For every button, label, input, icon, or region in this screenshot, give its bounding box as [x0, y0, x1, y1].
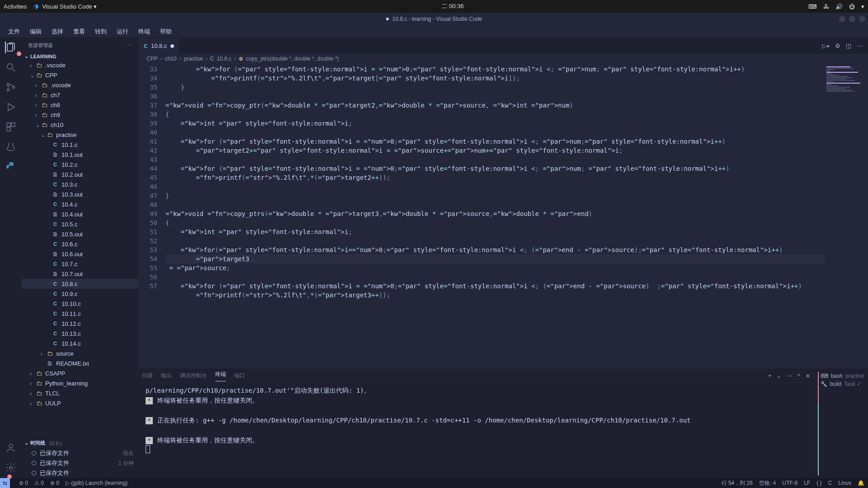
panel-tab-problems[interactable]: 问题	[142, 372, 153, 380]
extensions-icon[interactable]	[5, 121, 17, 133]
tree-item[interactable]: 🗎10.7.out	[22, 269, 138, 279]
code-area[interactable]: ="kw">for (="par" style="font-style:norm…	[165, 64, 825, 369]
tree-item[interactable]: ›🗀ch9	[22, 110, 138, 120]
minimize-button[interactable]	[839, 16, 845, 22]
indentation[interactable]: 空格: 4	[759, 479, 776, 487]
tree-item[interactable]: ›🗀TLCL	[22, 388, 138, 398]
encoding[interactable]: UTF-8	[782, 480, 797, 486]
run-button[interactable]: ▷▾	[822, 42, 830, 49]
power-icon[interactable]: ⏻	[849, 3, 855, 10]
chevron-down-icon[interactable]: ▾	[861, 3, 864, 10]
panel-tab-output[interactable]: 输出	[161, 372, 172, 380]
gnome-clock[interactable]: 二 00:36	[97, 2, 808, 10]
tree-item[interactable]: C10.2.c	[22, 160, 138, 169]
tree-item[interactable]: 🗎10.6.out	[22, 249, 138, 259]
timeline-row[interactable]: 已保存文件	[22, 468, 138, 478]
explorer-icon[interactable]	[5, 42, 17, 53]
tree-item[interactable]: C10.9.c	[22, 289, 138, 299]
status-errors[interactable]: ⊘ 0	[19, 480, 28, 486]
timeline-row[interactable]: 已保存文件1 分钟	[22, 458, 138, 468]
split-settings-icon[interactable]: ⚙	[835, 42, 840, 49]
cursor-position[interactable]: 行 54，列 26	[722, 479, 753, 487]
tree-item[interactable]: C10.3.c	[22, 179, 138, 189]
tree-item[interactable]: 🗎10.4.out	[22, 209, 138, 219]
new-terminal-icon[interactable]: +	[768, 373, 771, 379]
tree-item[interactable]: ›🗀.vscode	[22, 60, 138, 70]
workspace-root[interactable]: ⌄LEARNING	[22, 52, 138, 60]
testing-icon[interactable]	[5, 141, 17, 153]
tree-item[interactable]: 🗎10.1.out	[22, 150, 138, 160]
menu-go[interactable]: 转到	[90, 26, 111, 38]
tree-item[interactable]: ⌄🗀CPP	[22, 70, 138, 80]
tree-item[interactable]: ›🗀UULP	[22, 398, 138, 408]
volume-icon[interactable]: 🔊	[835, 3, 843, 10]
accounts-icon[interactable]	[5, 442, 17, 454]
close-panel-icon[interactable]: ✕	[806, 373, 810, 379]
tree-item[interactable]: C10.13.c	[22, 328, 138, 338]
terminal-entry-bash[interactable]: ⌨ bash practise	[821, 372, 864, 380]
tree-item[interactable]: ›🗀Python_learning	[22, 378, 138, 388]
maximize-panel-icon[interactable]: ^	[797, 373, 800, 379]
terminal-entry-build[interactable]: 🔧 build Task ✓	[821, 380, 864, 388]
tree-item[interactable]: 🗎10.5.out	[22, 229, 138, 239]
tree-item[interactable]: C10.7.c	[22, 259, 138, 269]
tree-item[interactable]: ›🗀ch8	[22, 100, 138, 110]
tree-item[interactable]: C10.8.c	[22, 279, 138, 289]
lang-braces-icon[interactable]: { }	[816, 480, 821, 486]
tree-item[interactable]: 🗎10.3.out	[22, 189, 138, 199]
language-mode[interactable]: C	[828, 480, 832, 486]
gnome-app-menu[interactable]: Visual Studio Code ▾	[33, 3, 97, 10]
tree-item[interactable]: ⌄🗀ch10	[22, 120, 138, 130]
status-warnings[interactable]: ⚠ 0	[34, 480, 44, 486]
activities-button[interactable]: Activities	[4, 3, 27, 10]
more-actions-icon[interactable]: ⋯	[857, 42, 863, 49]
tree-item[interactable]: C10.6.c	[22, 239, 138, 249]
panel-tab-terminal[interactable]: 终端	[215, 371, 226, 381]
tree-item[interactable]: C10.12.c	[22, 319, 138, 328]
tree-item[interactable]: C10.5.c	[22, 219, 138, 229]
notifications-icon[interactable]: 🔔	[858, 480, 864, 486]
timeline-header[interactable]: ⌄ 时间线 10.8.c	[22, 438, 138, 448]
tree-item[interactable]: C10.10.c	[22, 299, 138, 309]
menu-help[interactable]: 帮助	[156, 26, 176, 38]
tree-item[interactable]: 🗎10.2.out	[22, 169, 138, 179]
editor-body[interactable]: 33 34 35 36 37 38 39 40 41 42 43 44 45 4…	[138, 64, 868, 369]
tree-item[interactable]: ›🗀source	[22, 348, 138, 358]
tree-item[interactable]: ⌄🗀practise	[22, 130, 138, 140]
terminal-more-icon[interactable]: ⋯	[787, 373, 792, 379]
menu-edit[interactable]: 编辑	[25, 26, 46, 38]
tree-item[interactable]: ›🗀.vscode	[22, 80, 138, 90]
python-env-icon[interactable]	[5, 161, 17, 173]
network-icon[interactable]: 🖧	[823, 3, 829, 10]
tree-item[interactable]: C10.4.c	[22, 199, 138, 209]
tree-item[interactable]: C10.11.c	[22, 309, 138, 319]
remote-indicator[interactable]: ⇆	[0, 478, 10, 488]
menu-selection[interactable]: 选择	[47, 26, 68, 38]
breadcrumb[interactable]: CPP› ch10› practise› C10.8.c› ⊕copy_ptrs…	[138, 54, 868, 64]
more-icon[interactable]: ⋯	[127, 42, 132, 48]
split-editor-icon[interactable]: ◫	[846, 42, 851, 49]
panel-tab-debug-console[interactable]: 调试控制台	[180, 372, 207, 380]
menu-file[interactable]: 文件	[4, 26, 24, 38]
os-indicator[interactable]: Linux	[838, 480, 851, 486]
search-icon[interactable]	[5, 61, 17, 73]
tree-item[interactable]: ›🗀CSAPP	[22, 368, 138, 378]
close-button[interactable]	[859, 16, 865, 22]
status-ports[interactable]: ⊚ 0	[50, 480, 59, 486]
terminal-dropdown-icon[interactable]: ⌄	[777, 373, 781, 379]
source-control-icon[interactable]	[5, 81, 17, 93]
terminal-content[interactable]: p/learning/CPP/ch10/practise/10.7.out'"启…	[138, 383, 814, 478]
tab-active[interactable]: C 10.8.c	[138, 38, 180, 54]
tree-item[interactable]: ›🗀ch7	[22, 90, 138, 100]
menu-run[interactable]: 运行	[112, 26, 133, 38]
run-debug-icon[interactable]	[5, 101, 17, 113]
maximize-button[interactable]	[849, 16, 855, 22]
keyboard-icon[interactable]: ⌨	[808, 3, 817, 10]
eol[interactable]: LF	[804, 480, 810, 486]
tree-item[interactable]: C10.1.c	[22, 140, 138, 150]
panel-tab-ports[interactable]: 端口	[234, 372, 245, 380]
file-tree[interactable]: ›🗀.vscode⌄🗀CPP›🗀.vscode›🗀ch7›🗀ch8›🗀ch9⌄🗀…	[22, 60, 138, 437]
settings-gear-icon[interactable]	[5, 462, 17, 474]
minimap[interactable]	[825, 64, 868, 369]
timeline-row[interactable]: 已保存文件现在	[22, 448, 138, 458]
